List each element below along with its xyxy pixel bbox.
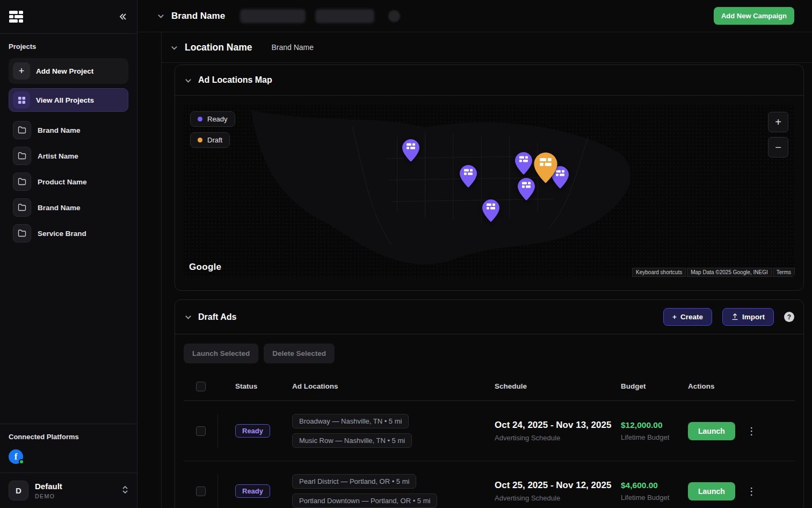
draft-ads-header: Draft Ads + Create Import ?: [175, 300, 803, 334]
table-row: Ready Broadway — Nashville, TN • 5 mi Mu…: [184, 401, 795, 461]
add-new-project-button[interactable]: + Add New Project: [9, 58, 128, 84]
zoom-out-button[interactable]: −: [768, 137, 788, 158]
create-button[interactable]: + Create: [663, 308, 712, 326]
add-new-campaign-button[interactable]: Add New Campaign: [714, 7, 794, 25]
chevron-down-icon[interactable]: [170, 44, 178, 52]
redacted-avatar: [388, 10, 400, 22]
chevron-down-icon[interactable]: [157, 12, 165, 20]
folder-icon: [13, 224, 31, 242]
add-new-project-label: Add New Project: [36, 67, 93, 75]
location-title: Location Name: [185, 42, 252, 53]
map-pin-ready[interactable]: [459, 164, 477, 188]
sidebar-item-project[interactable]: Brand Name: [9, 195, 128, 220]
budget-amount: $4,600.00: [621, 481, 688, 490]
column-header-ad-locations: Ad Locations: [288, 382, 495, 390]
sidebar-item-project[interactable]: Artist Name: [9, 143, 128, 169]
brand-header: Brand Name Add New Campaign: [137, 0, 812, 32]
ad-location-chip: Pearl District — Portland, OR • 5 mi: [292, 474, 416, 489]
sidebar: Projects + Add New Project View All Proj…: [0, 0, 137, 508]
map-data-label: Map Data ©2025 Google, INEGI: [687, 268, 772, 277]
chevron-up-down-icon: [122, 485, 128, 497]
legend-ready-label: Ready: [207, 115, 228, 123]
column-header-actions: Actions: [688, 382, 795, 390]
ready-dot-icon: [198, 117, 202, 121]
sidebar-collapse-button[interactable]: [119, 11, 127, 22]
account-switcher[interactable]: D Default DEMO: [0, 473, 137, 508]
status-badge: Ready: [235, 484, 270, 498]
grid-icon: [13, 91, 30, 109]
project-label: Service Brand: [38, 230, 86, 238]
column-header-schedule: Schedule: [495, 382, 621, 390]
map-pin-ready[interactable]: [482, 199, 500, 223]
ad-locations-map-card: Ad Locations Map: [175, 65, 804, 291]
help-icon[interactable]: ?: [784, 312, 794, 322]
map-pin-ready[interactable]: [402, 139, 420, 162]
ad-location-chip: Music Row — Nashville, TN • 5 mi: [292, 433, 412, 448]
terms-link[interactable]: Terms: [773, 268, 795, 277]
map-canvas[interactable]: Ready Draft + − Google Keyboard shortcut…: [184, 105, 795, 277]
budget-sublabel: Lifetime Budget: [621, 493, 688, 502]
redacted-text: [315, 9, 374, 23]
keyboard-shortcuts-link[interactable]: Keyboard shortcuts: [632, 268, 686, 277]
column-header-status: Status: [218, 382, 288, 390]
column-header-budget: Budget: [621, 382, 688, 390]
row-menu-icon[interactable]: ⋮: [744, 483, 760, 499]
google-logo[interactable]: Google: [189, 262, 221, 273]
sidebar-item-project[interactable]: Service Brand: [9, 220, 128, 246]
sidebar-item-view-all-projects[interactable]: View All Projects: [9, 88, 128, 112]
schedule-dates: Oct 24, 2025 - Nov 13, 2025: [495, 420, 621, 431]
zoom-in-button[interactable]: +: [768, 112, 788, 132]
folder-icon: [13, 173, 31, 191]
row-checkbox[interactable]: [196, 426, 206, 436]
launch-button[interactable]: Launch: [688, 422, 735, 440]
import-label: Import: [742, 313, 765, 321]
brand-title: Brand Name: [171, 11, 225, 22]
account-name: Default: [35, 482, 62, 491]
map-pin-ready[interactable]: [514, 152, 533, 175]
folder-icon: [13, 198, 31, 217]
map-pins-layer: [184, 105, 795, 277]
legend-draft-label: Draft: [207, 136, 222, 144]
sidebar-header: [0, 0, 137, 34]
schedule-sublabel: Advertising Schedule: [495, 434, 621, 442]
project-label: Product Name: [38, 178, 87, 186]
sidebar-item-project[interactable]: Product Name: [9, 169, 128, 195]
budget-amount: $12,000.00: [621, 420, 688, 430]
chevron-down-icon[interactable]: [184, 313, 192, 321]
redacted-text: [240, 9, 306, 23]
bulk-actions-row: Launch Selected Delete Selected: [184, 344, 795, 363]
project-label: Brand Name: [38, 204, 81, 212]
upload-icon: [731, 313, 738, 320]
project-list: Brand Name Artist Name Product Name Bran…: [9, 117, 128, 246]
launch-button[interactable]: Launch: [688, 482, 735, 500]
draft-ads-title: Draft Ads: [198, 312, 236, 322]
sidebar-item-project[interactable]: Brand Name: [9, 117, 128, 143]
app-logo-icon[interactable]: [9, 9, 24, 24]
view-all-projects-label: View All Projects: [36, 96, 94, 104]
launch-selected-button[interactable]: Launch Selected: [184, 344, 258, 363]
select-all-checkbox[interactable]: [196, 382, 206, 391]
draft-ads-card: Draft Ads + Create Import ?: [175, 299, 804, 508]
legend-ready: Ready: [190, 111, 235, 127]
folder-icon: [13, 121, 31, 139]
project-label: Artist Name: [38, 152, 78, 160]
map-pin-draft[interactable]: [533, 152, 558, 184]
map-attribution: Keyboard shortcuts Map Data ©2025 Google…: [632, 268, 795, 277]
projects-section-label: Projects: [9, 42, 128, 51]
status-badge: Ready: [235, 424, 270, 438]
folder-icon: [13, 147, 31, 165]
budget-sublabel: Lifetime Budget: [621, 433, 688, 441]
import-button[interactable]: Import: [722, 308, 774, 326]
row-checkbox[interactable]: [196, 486, 206, 496]
delete-selected-button[interactable]: Delete Selected: [264, 344, 335, 363]
location-brand-subtitle: Brand Name: [271, 43, 314, 52]
plus-icon: +: [672, 313, 677, 321]
ad-location-chip: Broadway — Nashville, TN • 5 mi: [292, 414, 409, 428]
connected-platforms-label: Connected Platforms: [9, 433, 128, 441]
draft-ads-table: Status Ad Locations Schedule Budget Acti…: [184, 372, 795, 508]
facebook-platform-button[interactable]: f: [9, 449, 23, 464]
map-zoom-controls: + −: [768, 112, 788, 158]
chevron-down-icon[interactable]: [184, 76, 192, 84]
row-menu-icon[interactable]: ⋮: [744, 423, 760, 439]
account-badge: DEMO: [35, 493, 62, 499]
